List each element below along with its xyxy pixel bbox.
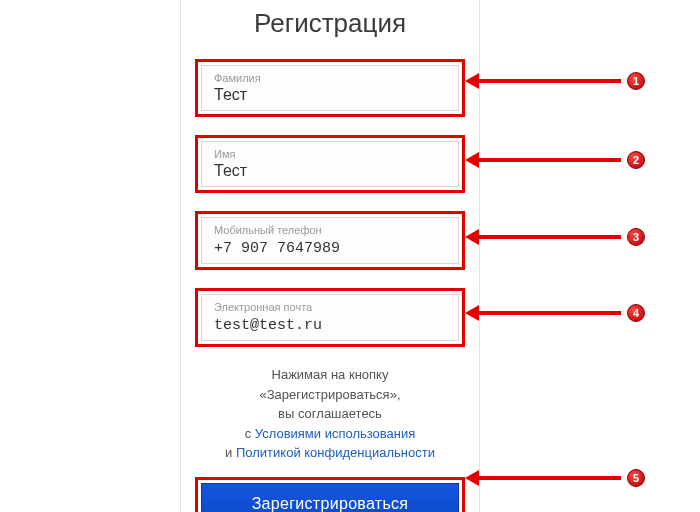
callout-3: 3 <box>465 227 645 247</box>
terms-link[interactable]: Условиями использования <box>255 426 416 441</box>
callout-4: 4 <box>465 303 645 323</box>
input-phone[interactable] <box>214 240 446 257</box>
arrow-left-icon <box>465 470 479 486</box>
register-button[interactable]: Зарегистрироваться <box>201 483 459 513</box>
callout-badge-3: 3 <box>627 228 645 246</box>
input-firstname[interactable] <box>214 162 446 180</box>
page-title: Регистрация <box>181 8 479 39</box>
callout-badge-4: 4 <box>627 304 645 322</box>
agreement-line3: вы соглашаетесь <box>278 406 382 421</box>
label-phone: Мобильный телефон <box>214 224 446 236</box>
callout-2: 2 <box>465 150 645 170</box>
field-phone[interactable]: Мобильный телефон <box>201 217 459 264</box>
highlight-phone: Мобильный телефон <box>195 211 465 270</box>
agreement-text: Нажимая на кнопку «Зарегистрироваться», … <box>201 365 459 463</box>
arrow-left-icon <box>465 305 479 321</box>
arrow-left-icon <box>465 229 479 245</box>
highlight-firstname: Имя <box>195 135 465 193</box>
highlight-lastname: Фамилия <box>195 59 465 117</box>
input-lastname[interactable] <box>214 86 446 104</box>
privacy-link[interactable]: Политикой конфиденциальности <box>236 445 435 460</box>
callout-badge-5: 5 <box>627 469 645 487</box>
callout-badge-1: 1 <box>627 72 645 90</box>
arrow-left-icon <box>465 152 479 168</box>
label-email: Электронная почта <box>214 301 446 313</box>
agreement-line2: «Зарегистрироваться», <box>260 387 401 402</box>
callout-1: 1 <box>465 71 645 91</box>
field-lastname[interactable]: Фамилия <box>201 65 459 111</box>
agreement-line1: Нажимая на кнопку <box>272 367 389 382</box>
callout-badge-2: 2 <box>627 151 645 169</box>
field-firstname[interactable]: Имя <box>201 141 459 187</box>
highlight-register-button: Зарегистрироваться <box>195 477 465 513</box>
registration-panel: Регистрация Фамилия Имя Мобильный телефо… <box>180 0 480 512</box>
label-firstname: Имя <box>214 148 446 160</box>
highlight-email: Электронная почта <box>195 288 465 347</box>
callout-5: 5 <box>465 468 645 488</box>
label-lastname: Фамилия <box>214 72 446 84</box>
input-email[interactable] <box>214 317 446 334</box>
arrow-left-icon <box>465 73 479 89</box>
field-email[interactable]: Электронная почта <box>201 294 459 341</box>
agreement-line4-prefix: с <box>245 426 255 441</box>
agreement-line5-prefix: и <box>225 445 236 460</box>
